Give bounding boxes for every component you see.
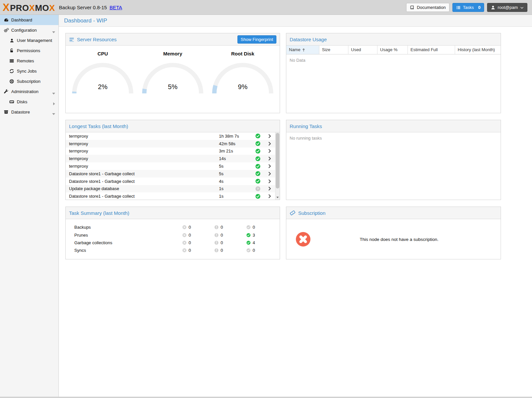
task-row[interactable]: termproxy 14s	[66, 155, 275, 162]
count-value: 0	[189, 248, 191, 253]
status-ok-icon	[252, 179, 264, 184]
task-row[interactable]: termproxy 5s	[66, 162, 275, 170]
gauge-label: CPU	[70, 51, 136, 56]
gears-icon	[3, 27, 9, 33]
ok-icon	[246, 233, 251, 237]
sidebar-item-subscription[interactable]: Subscription	[0, 76, 58, 86]
documentation-button[interactable]: Documentation	[406, 3, 449, 12]
panel-title: Server Resources	[77, 37, 117, 42]
error-count: 0	[182, 233, 214, 238]
column-header-used[interactable]: Used	[348, 46, 377, 54]
status-ok-icon	[252, 156, 264, 161]
task-summary-panel: Task Summary (last Month) Backups 0 0 0 …	[65, 207, 280, 259]
sidebar-item-permissions[interactable]: Permissions	[0, 46, 58, 56]
task-duration: 42m 58s	[219, 141, 252, 146]
warning-count: 0	[214, 233, 246, 238]
open-task-chevron-icon[interactable]	[264, 171, 275, 176]
column-header-usage-pct[interactable]: Usage %	[377, 46, 408, 54]
status-ok-icon	[252, 149, 264, 154]
sidebar-item-user-management[interactable]: User Management	[0, 35, 58, 46]
column-header-size[interactable]: Size	[319, 46, 348, 54]
summary-row-backups[interactable]: Backups 0 0 0	[66, 223, 280, 231]
subscription-header: Subscription	[286, 207, 501, 219]
sidebar-item-administration[interactable]: Administration	[0, 86, 58, 97]
warning-count: 0	[214, 240, 246, 245]
logo-text: PRO	[10, 4, 29, 12]
logo-text: X	[49, 4, 55, 12]
longest-tasks-panel: Longest Tasks (last Month) termproxy 1h …	[65, 120, 280, 200]
product-version-label: Backup Server 0.8-15	[59, 5, 107, 10]
panel-title: Datastore Usage	[290, 37, 327, 42]
error-icon	[182, 248, 187, 252]
task-duration: 4s	[219, 179, 252, 184]
expand-right-arrow-icon[interactable]	[53, 101, 55, 106]
sidebar-item-sync-jobs[interactable]: Sync Jobs	[0, 66, 58, 76]
open-task-chevron-icon[interactable]	[264, 156, 275, 161]
error-count: 0	[182, 248, 214, 253]
open-task-chevron-icon[interactable]	[264, 149, 275, 153]
beta-link[interactable]: BETA	[110, 5, 122, 10]
count-value: 0	[189, 233, 191, 238]
sidebar-item-datastore[interactable]: Datastore	[0, 107, 58, 117]
sidebar-item-disks[interactable]: Disks	[0, 97, 58, 107]
column-header-name[interactable]: Name	[286, 46, 319, 54]
count-value: 0	[253, 248, 255, 253]
show-fingerprint-button[interactable]: Show Fingerprint	[237, 35, 276, 44]
sidebar-item-dashboard[interactable]: Dashboard	[0, 15, 58, 25]
gauge-label: Memory	[140, 51, 206, 56]
task-duration: 5s	[219, 171, 252, 176]
open-task-chevron-icon[interactable]	[264, 186, 275, 191]
task-row[interactable]: termproxy 1h 38m 7s	[66, 132, 275, 140]
open-task-chevron-icon[interactable]	[264, 179, 275, 184]
book-icon	[410, 5, 414, 10]
count-value: 0	[189, 225, 191, 230]
count-value: 0	[253, 225, 255, 230]
column-header-estimated-full[interactable]: Estimated Full	[408, 46, 455, 54]
task-row[interactable]: Datastore store1 - Garbage collect 1s	[66, 192, 275, 200]
panel-title: Task Summary (last Month)	[69, 210, 129, 216]
collapse-arrow-icon[interactable]	[52, 111, 55, 116]
sidebar-item-label: Remotes	[17, 58, 34, 63]
scrollbar-thumb[interactable]	[276, 133, 279, 188]
task-name: termproxy	[66, 149, 219, 153]
status-ok-icon	[252, 171, 264, 176]
sidebar-item-label: User Management	[17, 38, 52, 43]
tasks-label: Tasks	[463, 5, 474, 10]
sidebar-item-remotes[interactable]: Remotes	[0, 56, 58, 66]
count-value: 0	[221, 240, 223, 245]
logo-x-mark: X	[3, 2, 10, 13]
vertical-scrollbar[interactable]	[275, 132, 280, 200]
task-summary-body: Backups 0 0 0 Prunes 0 0 3 Garbage	[66, 219, 280, 254]
gauge-value: 2%	[70, 83, 136, 91]
open-task-chevron-icon[interactable]	[264, 164, 275, 169]
open-task-chevron-icon[interactable]	[264, 141, 275, 146]
summary-row-syncs[interactable]: Syncs 0 0 0	[66, 247, 280, 254]
column-header-history[interactable]: History (last Month)	[455, 46, 501, 54]
collapse-arrow-icon[interactable]	[52, 91, 55, 96]
no-running-tasks-text: No running tasks	[286, 132, 501, 144]
tasks-button[interactable]: Tasks 0	[452, 3, 484, 12]
summary-row-garbage-collections[interactable]: Garbage collections 0 0 4	[66, 239, 280, 247]
server-resources-header: Server Resources Show Fingerprint	[66, 33, 280, 46]
task-name: termproxy	[66, 156, 219, 161]
status-ok-icon	[252, 164, 264, 169]
open-task-chevron-icon[interactable]	[264, 194, 275, 199]
sidebar-item-configuration[interactable]: Configuration	[0, 25, 58, 35]
open-task-chevron-icon[interactable]	[264, 134, 275, 139]
task-row[interactable]: termproxy 42m 58s	[66, 140, 275, 148]
summary-row-prunes[interactable]: Prunes 0 0 3	[66, 231, 280, 239]
no-data-text: No Data	[286, 54, 501, 66]
user-label: root@pam	[498, 5, 518, 10]
warning-icon	[214, 248, 219, 252]
task-row[interactable]: Update package database 1s ?	[66, 185, 275, 193]
user-menu-button[interactable]: root@pam	[487, 3, 527, 12]
sidebar-item-label: Disks	[17, 99, 27, 104]
subscription-body: This node does not have a subscription.	[286, 219, 501, 259]
scrollbar-down-arrow[interactable]	[275, 195, 280, 200]
task-row[interactable]: termproxy 3m 21s	[66, 148, 275, 155]
task-row[interactable]: Datastore store1 - Garbage collect 5s	[66, 170, 275, 178]
task-row[interactable]: Datastore store1 - Garbage collect 4s	[66, 178, 275, 185]
collapse-arrow-icon[interactable]	[52, 29, 55, 34]
datastore-usage-header: Datastore Usage	[286, 33, 501, 46]
gauge-label: Root Disk	[210, 51, 276, 56]
